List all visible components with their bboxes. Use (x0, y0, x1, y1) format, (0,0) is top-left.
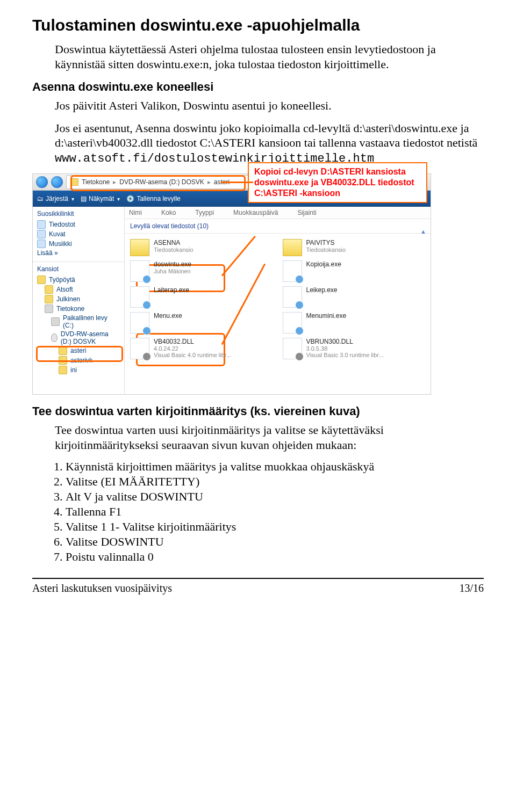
drive-icon (51, 317, 60, 326)
breadcrumb-3: asteri (214, 178, 230, 186)
file-label: Menumini.exe (306, 312, 347, 320)
file-name: Laiterap.exe (154, 286, 189, 294)
file-item[interactable]: doswintu.exeJuha Mäkinen (130, 260, 273, 282)
folder-icon (71, 178, 78, 186)
step-item: Tallenna F1 (66, 505, 484, 519)
exe-icon (130, 260, 149, 282)
step-item: Käynnistä kirjoittimen määritys ja valit… (66, 460, 484, 474)
install-paragraph-1: Jos päivitit Asteri Valikon, Doswintu as… (55, 98, 484, 113)
dll-icon (283, 338, 302, 359)
file-label: Kopioija.exe (306, 260, 341, 268)
nav-forward-button[interactable] (51, 176, 63, 188)
views-icon: ▤ (81, 195, 87, 202)
step-item: Valitse DOSWINTU (66, 535, 484, 549)
file-name: Menu.exe (154, 312, 182, 320)
burn-icon: 💿 (126, 195, 134, 202)
folder-icon (283, 239, 302, 256)
documents-icon (37, 220, 46, 229)
breadcrumb-1: Tietokone (82, 178, 110, 186)
col-name: Nimi (129, 209, 142, 216)
column-headers[interactable]: Nimi Koko Tyyppi Muokkauspäivä Sijainti (125, 207, 431, 219)
btn-burn[interactable]: 💿 Tallenna levylle (126, 195, 180, 202)
btn-views[interactable]: ▤ Näkymät▾ (81, 195, 120, 202)
desktop-icon (37, 276, 46, 284)
printerdef-steps: Käynnistä kirjoittimen määritys ja valit… (55, 460, 484, 564)
footer-right: 13/16 (459, 582, 484, 595)
fav-docs[interactable]: Tiedostot (37, 220, 120, 229)
nav-back-button[interactable] (36, 176, 48, 188)
tree-dvd-label: DVD-RW-asema (D:) DOSVK (61, 330, 120, 345)
tree-desktop-label: Työpöytä (49, 276, 75, 284)
file-subtext: 3.0.5.38 (306, 345, 384, 352)
views-label: Näkymät (89, 195, 114, 202)
file-label: ASENNATiedostokansio (154, 239, 194, 253)
file-subtext: Tiedostokansio (154, 247, 194, 253)
tree-dvd[interactable]: DVD-RW-asema (D:) DOSVK (51, 330, 120, 346)
file-item[interactable]: ASENNATiedostokansio (130, 239, 273, 256)
file-item[interactable]: Menumini.exe (283, 312, 426, 334)
file-name: PAIVITYS (306, 239, 346, 247)
tree-desktop[interactable]: Työpöytä (37, 275, 120, 285)
tree-computer-label: Tietokone (56, 305, 84, 313)
step-item: Poistu valinnalla 0 (66, 550, 484, 564)
file-name: doswintu.exe (154, 260, 191, 268)
file-name: Kopioija.exe (306, 260, 341, 268)
organize-icon: 🗂 (37, 195, 44, 202)
file-item[interactable]: Leikep.exe (283, 286, 426, 308)
folders-title: Kansiot (37, 265, 120, 273)
tree-public-label: Julkinen (56, 295, 80, 303)
exe-icon (130, 286, 149, 308)
tree-localdisk[interactable]: Paikallinen levy (C:) (51, 314, 120, 330)
file-item[interactable]: Kopioija.exe (283, 260, 426, 282)
file-item[interactable]: PAIVITYSTiedostokansio (283, 239, 426, 256)
fav-pictures[interactable]: Kuvat (37, 229, 120, 239)
organize-label: Järjestä (46, 195, 68, 202)
file-name: Menumini.exe (306, 312, 347, 320)
folder-icon (45, 295, 53, 303)
install-paragraph-2-text: Jos ei asentunut, Asenna doswintu joko k… (55, 121, 477, 150)
exe-icon (130, 312, 149, 334)
file-name: ASENNA (154, 239, 194, 247)
fav-music[interactable]: Musiikki (37, 239, 120, 249)
file-item[interactable]: Laiterap.exe (130, 286, 273, 308)
explorer-right-panel: Nimi Koko Tyyppi Muokkauspäivä Sijainti … (125, 207, 431, 395)
btn-organize[interactable]: 🗂 Järjestä▾ (37, 195, 74, 202)
printerdef-intro: Tee doswintua varten uusi kirjoitinmääri… (55, 423, 484, 452)
tree-asteri[interactable]: asteri (59, 346, 120, 356)
exe-icon (283, 286, 302, 308)
col-type: Tyyppi (195, 209, 214, 216)
breadcrumb-2: DVD-RW-asema (D:) DOSVK (119, 178, 204, 186)
fav-docs-label: Tiedostot (49, 221, 75, 228)
file-item[interactable]: VBRUN300.DLL3.0.5.38Visual Basic 3.0 run… (283, 338, 426, 359)
tree-asteri-label: asteri (70, 347, 86, 354)
intro-paragraph: Doswintua käytettäessä Asteri ohjelma tu… (55, 42, 484, 71)
fav-more[interactable]: Lisää » (37, 249, 120, 257)
page-title: Tulostaminen doswintu.exe -apuohjelmalla (32, 16, 484, 34)
file-subtext: Visual Basic 3.0 runtime libr... (306, 352, 384, 358)
section-install-heading: Asenna doswintu.exe koneellesi (32, 80, 484, 94)
folder-icon (45, 285, 53, 294)
step-item: Valitse 1 1- Valitse kirjoitinmääritys (66, 520, 484, 534)
group-header[interactable]: Levyllä olevat tiedostot (10) (125, 219, 431, 234)
exe-icon (283, 312, 302, 334)
file-subtext: Juha Mäkinen (154, 268, 191, 274)
tree-computer[interactable]: Tietokone (45, 304, 120, 314)
file-subtext: Visual Basic 4.0 runtime libr... (154, 352, 231, 358)
tree-atsoft[interactable]: Atsoft (45, 285, 120, 294)
file-label: doswintu.exeJuha Mäkinen (154, 260, 191, 274)
file-label: VB40032.DLL4.0.24.22Visual Basic 4.0 run… (154, 338, 231, 358)
fav-music-label: Musiikki (49, 240, 72, 248)
tree-ini[interactable]: ini (59, 365, 120, 375)
file-label: Menu.exe (154, 312, 182, 320)
file-name: VB40032.DLL (154, 338, 231, 345)
file-item[interactable]: VB40032.DLL4.0.24.22Visual Basic 4.0 run… (130, 338, 273, 359)
footer-rule (32, 578, 484, 579)
footer-left: Asteri laskutuksen vuosipäivitys (32, 582, 172, 595)
tree-public[interactable]: Julkinen (45, 294, 120, 304)
collapse-group-icon[interactable]: ▲ (420, 228, 426, 235)
file-label: Leikep.exe (306, 286, 338, 294)
file-name: VBRUN300.DLL (306, 338, 384, 345)
tree-asterivk[interactable]: asterivk (59, 356, 120, 365)
file-subtext: 4.0.24.22 (154, 345, 231, 352)
file-item[interactable]: Menu.exe (130, 312, 273, 334)
